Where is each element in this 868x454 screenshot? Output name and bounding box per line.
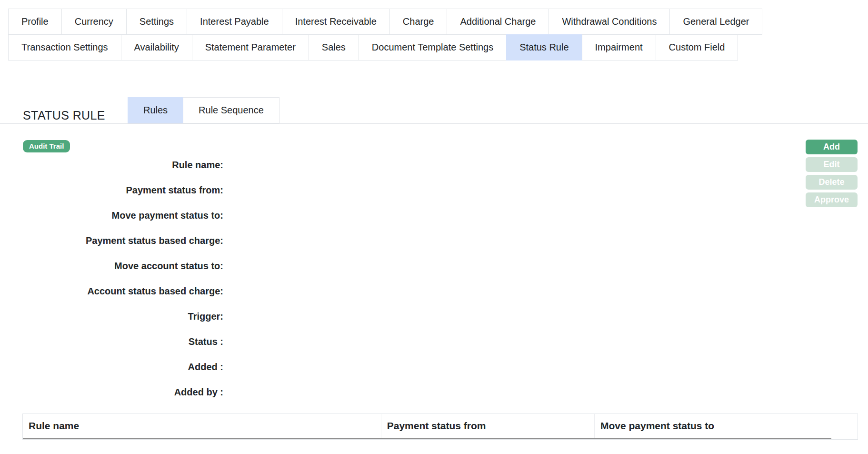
status-label: Status : (189, 336, 223, 347)
tab-general-ledger[interactable]: General Ledger (669, 9, 762, 35)
form-row-payment-status-from: Payment status from: (0, 178, 223, 203)
rule-detail-area: Audit Trail Rule name: Payment status fr… (0, 124, 868, 440)
form-row-move-account-status-to: Move account status to: (0, 253, 223, 279)
tab-sales[interactable]: Sales (309, 34, 359, 61)
form-row-trigger: Trigger: (0, 304, 223, 329)
subtab-rules[interactable]: Rules (128, 97, 183, 123)
badge-row: Audit Trail (0, 124, 868, 152)
form-row-rule-name: Rule name: (0, 152, 223, 178)
subtabs: Rules Rule Sequence (128, 97, 279, 123)
tab-statement-parameter[interactable]: Statement Parameter (192, 34, 309, 61)
rules-table-grid: Rule name Payment status from Move payme… (23, 414, 831, 439)
tab-profile[interactable]: Profile (8, 9, 62, 35)
page-root: Profile Currency Settings Interest Payab… (0, 0, 868, 440)
tab-custom-field[interactable]: Custom Field (656, 34, 738, 61)
tab-status-rule[interactable]: Status Rule (506, 34, 582, 61)
form-row-added-by: Added by : (0, 380, 223, 405)
top-tab-bar: Profile Currency Settings Interest Payab… (0, 0, 868, 61)
subtab-rule-sequence[interactable]: Rule Sequence (183, 97, 279, 123)
column-header-payment-status-from: Payment status from (381, 414, 594, 439)
tab-row-2: Transaction Settings Availability Statem… (8, 34, 860, 61)
tab-document-template-settings[interactable]: Document Template Settings (359, 34, 507, 61)
column-header-move-payment-status-to: Move payment status to (594, 414, 831, 439)
status-rule-panel: STATUS RULE Rules Rule Sequence Audit Tr… (0, 97, 868, 440)
action-buttons: Add Edit Delete Approve (806, 140, 858, 207)
table-header-row: Rule name Payment status from Move payme… (23, 414, 831, 439)
form-row-account-status-based-charge: Account status based charge: (0, 279, 223, 304)
tab-additional-charge[interactable]: Additional Charge (447, 9, 549, 35)
tab-interest-payable[interactable]: Interest Payable (187, 9, 282, 35)
tab-interest-receivable[interactable]: Interest Receivable (282, 9, 390, 35)
column-header-rule-name: Rule name (23, 414, 381, 439)
approve-button[interactable]: Approve (806, 192, 858, 207)
rule-detail-form: Rule name: Payment status from: Move pay… (0, 152, 223, 405)
added-by-label: Added by : (174, 387, 223, 398)
edit-button[interactable]: Edit (806, 157, 858, 172)
payment-status-from-label: Payment status from: (126, 185, 224, 196)
rule-name-label: Rule name: (172, 160, 223, 171)
add-button[interactable]: Add (806, 140, 858, 154)
tab-withdrawal-conditions[interactable]: Withdrawal Conditions (549, 9, 670, 35)
tab-settings[interactable]: Settings (126, 9, 187, 35)
page-title: STATUS RULE (23, 109, 105, 122)
title-row: STATUS RULE Rules Rule Sequence (0, 97, 868, 124)
added-label: Added : (188, 362, 223, 373)
form-row-status: Status : (0, 329, 223, 354)
trigger-label: Trigger: (188, 311, 223, 322)
delete-button[interactable]: Delete (806, 175, 858, 190)
tab-currency[interactable]: Currency (61, 9, 127, 35)
tab-charge[interactable]: Charge (389, 9, 448, 35)
audit-trail-button[interactable]: Audit Trail (23, 140, 70, 152)
form-row-move-payment-status-to: Move payment status to: (0, 203, 223, 228)
form-row-payment-status-based-charge: Payment status based charge: (0, 228, 223, 253)
payment-status-based-charge-label: Payment status based charge: (86, 235, 223, 246)
tab-availability[interactable]: Availability (121, 34, 192, 61)
rules-table: Rule name Payment status from Move payme… (22, 414, 858, 440)
form-row-added: Added : (0, 354, 223, 380)
tab-impairment[interactable]: Impairment (582, 34, 656, 61)
tab-row-1: Profile Currency Settings Interest Payab… (8, 9, 860, 35)
account-status-based-charge-label: Account status based charge: (87, 286, 223, 297)
move-account-status-to-label: Move account status to: (114, 261, 223, 272)
move-payment-status-to-label: Move payment status to: (112, 210, 223, 221)
tab-transaction-settings[interactable]: Transaction Settings (8, 34, 121, 61)
